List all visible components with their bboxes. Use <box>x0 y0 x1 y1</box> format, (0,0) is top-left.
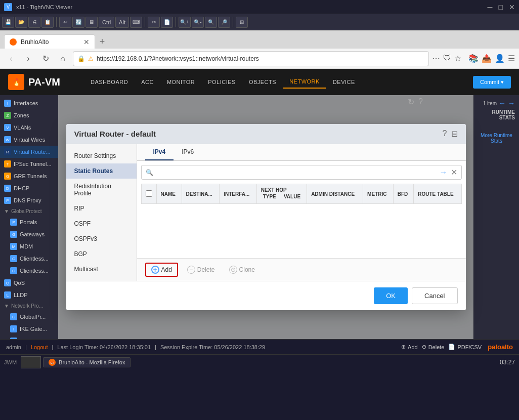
delete-icon: − <box>187 266 195 274</box>
logout-link[interactable]: Logout <box>31 344 48 350</box>
toolbar-btn-7[interactable]: 🖥 <box>85 17 98 28</box>
bookmark-icon[interactable]: 🛡 <box>443 54 451 63</box>
minimize-button[interactable]: ─ <box>488 3 493 11</box>
nav-acc[interactable]: ACC <box>135 76 160 88</box>
dlg-nav-bgp[interactable]: BGP <box>66 246 137 262</box>
toolbar-btn-1[interactable]: 💾 <box>2 17 14 28</box>
sidebar-item-gateways[interactable]: G Gateways <box>0 228 58 240</box>
sidebar-item-globalpr[interactable]: G GlobalPr... <box>0 311 58 323</box>
toolbar-zoom-reset[interactable]: 🔍 <box>205 17 217 28</box>
right-panel-nav-next[interactable]: → <box>508 99 515 107</box>
sidebar-item-mdm[interactable]: M MDM <box>0 240 58 253</box>
star-icon[interactable]: ☆ <box>454 54 461 63</box>
search-navigate-icon[interactable]: → <box>440 168 448 177</box>
nav-objects[interactable]: OBJECTS <box>243 76 282 88</box>
nav-dashboard[interactable]: DASHBOARD <box>84 76 134 88</box>
toolbar-btn-4[interactable]: 📋 <box>41 17 54 28</box>
search-input[interactable] <box>156 169 434 176</box>
address-bar[interactable]: 🔒 ⚠ https://192.168.0.1/?#network::vsys1… <box>73 51 429 66</box>
toolbar-ctrl-btn[interactable]: Ctrl <box>99 17 114 28</box>
sync-icon[interactable]: 📤 <box>482 54 492 63</box>
toolbar-zoom-in[interactable]: 🔍+ <box>179 17 191 28</box>
toolbar-btn-8[interactable]: ⌨ <box>130 17 142 28</box>
close-button[interactable]: ✕ <box>509 3 515 11</box>
add-button[interactable]: + Add <box>145 263 178 277</box>
sidebar-item-zones[interactable]: Z Zones <box>0 109 58 121</box>
dlg-nav-redistribution-profile[interactable]: Redistribution Profile <box>66 179 137 201</box>
cancel-button[interactable]: Cancel <box>412 287 457 304</box>
toolbar-btn-3[interactable]: 🖨 <box>28 17 40 28</box>
dlg-nav-router-settings[interactable]: Router Settings <box>66 148 137 163</box>
dialog-close-icon[interactable]: ⊟ <box>451 129 458 139</box>
dlg-nav-static-routes[interactable]: Static Routes <box>66 163 137 179</box>
search-clear-icon[interactable]: ✕ <box>451 167 457 177</box>
toolbar-alt-btn[interactable]: Alt <box>115 17 129 28</box>
toolbar-btn-10[interactable]: 📄 <box>161 17 173 28</box>
sidebar-item-ike-gate[interactable]: I IKE Gate... <box>0 323 58 335</box>
browser-tab-active[interactable]: BruhloAlto ✕ <box>4 34 95 49</box>
maximize-button[interactable]: □ <box>499 3 503 11</box>
sidebar-item-ipsec-cr[interactable]: I IPSec Cr... <box>0 335 58 339</box>
sidebar-item-interfaces[interactable]: I Interfaces <box>0 97 58 109</box>
window-controls[interactable]: ─ □ ✕ <box>488 3 515 11</box>
sidebar-item-gre-tunnels[interactable]: G GRE Tunnels <box>0 170 58 182</box>
account-icon[interactable]: 👤 <box>495 54 505 63</box>
sidebar-section-network-profiles[interactable]: ▼ Network Pro... <box>0 301 58 311</box>
dialog-help-icon[interactable]: ? <box>443 129 447 139</box>
refresh-content-icon[interactable]: ↻ <box>408 97 414 107</box>
menu-icon[interactable]: ☰ <box>508 54 515 63</box>
refresh-button[interactable]: ↻ <box>38 52 53 66</box>
nav-network[interactable]: NETWORK <box>283 75 326 89</box>
sidebar-item-qos[interactable]: Q QoS <box>0 277 58 289</box>
tab-ipv4[interactable]: IPv4 <box>145 144 174 160</box>
sidebar-item-clientless-1[interactable]: C Clientless... <box>0 253 58 265</box>
nav-monitor[interactable]: MONITOR <box>161 76 201 88</box>
help-content-icon[interactable]: ? <box>418 97 423 107</box>
next-hop-label: Next Hop <box>261 187 302 193</box>
sidebar-item-portals[interactable]: P Portals <box>0 216 58 228</box>
sidebar-item-ipsec-tunnels[interactable]: T IPSec Tunnel... <box>0 158 58 170</box>
right-panel-nav-prev[interactable]: ← <box>499 99 506 107</box>
sidebar-item-lldp[interactable]: L LLDP <box>0 289 58 301</box>
more-options-icon[interactable]: ⋯ <box>432 54 440 63</box>
bottom-pdf-button[interactable]: 📄 PDF/CSV <box>448 344 482 350</box>
toolbar-grid-btn[interactable]: ⊞ <box>236 17 248 28</box>
taskbar-app-item[interactable]: 🦊 BruhloAlto - Mozilla Firefox <box>43 357 131 367</box>
sidebar-item-vlans[interactable]: V VLANs <box>0 121 58 134</box>
home-button[interactable]: ⌂ <box>56 52 70 66</box>
sidebar-item-virtual-wires[interactable]: W Virtual Wires <box>0 134 58 146</box>
dlg-nav-multicast[interactable]: Multicast <box>66 262 137 277</box>
search-bar[interactable]: 🔍 → ✕ <box>141 165 462 180</box>
sidebar-item-virtual-routers[interactable]: R Virtual Route... <box>0 146 58 158</box>
bottom-pdf-icon: 📄 <box>448 344 455 350</box>
dlg-nav-ospfv3[interactable]: OSPFv3 <box>66 231 137 246</box>
back-button[interactable]: ‹ <box>4 52 18 66</box>
toolbar-btn-9[interactable]: ✂ <box>148 17 160 28</box>
bottom-add-button[interactable]: ⊕ Add <box>401 344 418 350</box>
dlg-nav-ospf[interactable]: OSPF <box>66 216 137 231</box>
sidebar-item-dhcp[interactable]: D DHCP <box>0 182 58 194</box>
tab-ipv6[interactable]: IPv6 <box>174 144 202 160</box>
toolbar-zoom-out[interactable]: 🔍- <box>192 17 204 28</box>
new-tab-button[interactable]: + <box>95 34 109 49</box>
nav-device[interactable]: DEVICE <box>327 76 361 88</box>
sidebar-item-dns-proxy[interactable]: P DNS Proxy <box>0 194 58 206</box>
nav-policies[interactable]: POLICIES <box>202 76 242 88</box>
more-runtime-stats-link[interactable]: More Runtime Stats <box>478 133 515 144</box>
toolbar-zoom-custom[interactable]: 🔎 <box>218 17 230 28</box>
toolbar-btn-5[interactable]: ↩ <box>59 17 71 28</box>
toolbar-btn-2[interactable]: 📂 <box>15 17 27 28</box>
sidebar-item-clientless-2[interactable]: C Clientless... <box>0 265 58 277</box>
tab-close-button[interactable]: ✕ <box>83 38 90 46</box>
library-icon[interactable]: 📚 <box>468 54 479 63</box>
delete-button[interactable]: − Delete <box>182 264 220 276</box>
select-all-checkbox[interactable] <box>146 190 152 197</box>
sidebar-section-globalprotect[interactable]: ▼ GlobalProtect <box>0 206 58 216</box>
bottom-delete-button[interactable]: ⊖ Delete <box>422 344 445 350</box>
forward-button[interactable]: › <box>21 52 35 66</box>
clone-button[interactable]: ⊙ Clone <box>224 264 260 276</box>
toolbar-btn-6[interactable]: 🔄 <box>72 17 84 28</box>
ok-button[interactable]: OK <box>374 287 408 304</box>
commit-button[interactable]: Commit ▾ <box>473 76 511 89</box>
dlg-nav-rip[interactable]: RIP <box>66 201 137 216</box>
